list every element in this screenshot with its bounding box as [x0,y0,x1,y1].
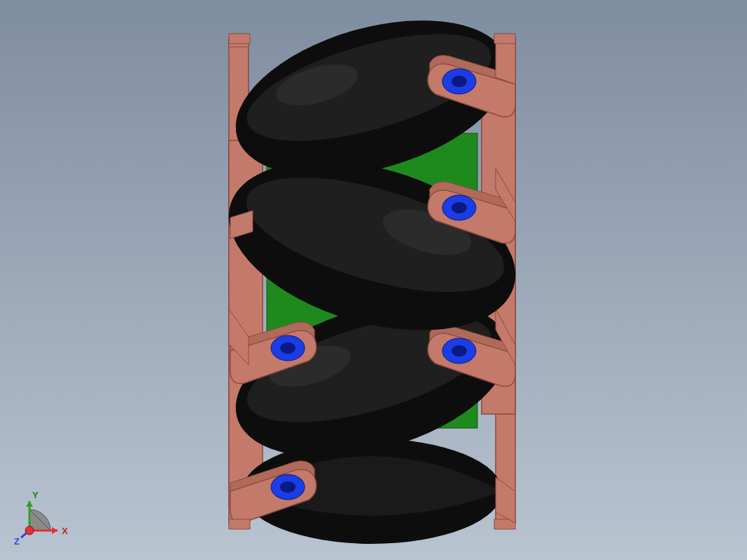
svg-point-31 [280,342,296,354]
triad-y-label: Y [32,490,39,500]
triad-origin [25,526,34,535]
svg-marker-36 [26,501,33,507]
orientation-triad[interactable]: X Y Z [14,483,77,546]
svg-rect-27 [494,34,515,44]
svg-marker-34 [52,527,58,534]
svg-point-10 [280,481,296,493]
triad-axes: X Y Z [14,490,68,546]
svg-point-20 [451,202,467,213]
svg-point-15 [451,345,467,356]
cad-viewport[interactable]: X Y Z [0,0,747,560]
triad-z-label: Z [14,536,20,546]
svg-rect-26 [229,34,250,44]
triad-x-label: X [62,526,68,536]
svg-point-25 [451,76,467,87]
model-canvas[interactable] [0,0,747,560]
svg-rect-28 [229,519,250,529]
